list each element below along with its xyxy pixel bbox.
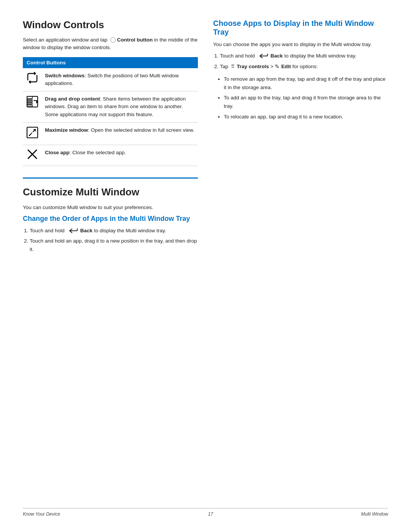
svg-line-9	[29, 133, 32, 136]
intro-text-before: Select an application window and tap	[23, 37, 107, 43]
svg-rect-5	[27, 101, 32, 102]
right-column: Choose Apps to Display in the Multi Wind…	[213, 19, 388, 497]
back-icon	[68, 227, 78, 234]
footer-left: Know Your Device	[23, 511, 60, 517]
switch-icon-cell	[23, 68, 42, 91]
table-row: Drag and drop content: Share items betwe…	[23, 91, 198, 123]
change-order-heading: Change the Order of Apps in the Multi Wi…	[23, 215, 198, 223]
control-buttons-table: Control Buttons	[23, 57, 198, 166]
customize-intro: You can customize Multi window to suit y…	[23, 203, 198, 212]
choose-apps-steps: Touch and hold Back to display the Multi…	[220, 52, 388, 72]
svg-rect-8	[27, 127, 38, 138]
ca-step2-arrow: >	[271, 64, 274, 69]
switch-windows-desc: Switch windows: Switch the positions of …	[42, 68, 198, 91]
close-app-text: : Close the selected app.	[70, 150, 126, 155]
step1-after: to display the Multi window tray.	[94, 228, 166, 233]
drag-drop-label: Drag and drop content	[45, 96, 100, 102]
table-row: Close app: Close the selected app.	[23, 145, 198, 166]
customize-section: Customize Multi Window You can customize…	[23, 186, 198, 253]
step1-before: Touch and hold	[30, 228, 65, 233]
footer-page-number: 17	[208, 511, 213, 517]
table-row: Maximize window: Open the selected windo…	[23, 122, 198, 145]
maximize-desc: Maximize window: Open the selected windo…	[42, 122, 198, 145]
maximize-icon	[26, 126, 38, 139]
change-order-step-2: Touch and hold an app, drag it to a new …	[30, 237, 198, 253]
list-item: To relocate an app, tap and drag it to a…	[224, 113, 388, 121]
section-divider	[23, 177, 198, 179]
intro-bold: Control button	[117, 37, 153, 43]
maximize-label: Maximize window	[45, 127, 88, 133]
svg-rect-7	[27, 105, 32, 107]
window-controls-intro: Select an application window and tap Con…	[23, 36, 198, 52]
customize-title: Customize Multi Window	[23, 186, 198, 198]
window-controls-title: Window Controls	[23, 19, 198, 31]
step2-text: Touch and hold an app, drag it to a new …	[30, 238, 197, 252]
change-order-steps: Touch and hold Back to display the Multi…	[30, 227, 198, 254]
svg-rect-6	[27, 103, 32, 104]
drag-drop-desc: Drag and drop content: Share items betwe…	[42, 91, 198, 123]
choose-apps-step-1: Touch and hold Back to display the Multi…	[220, 52, 388, 60]
table-row: Switch windows: Switch the positions of …	[23, 68, 198, 91]
maximize-icon-cell	[23, 122, 42, 145]
ca-step1-before: Touch and hold	[220, 53, 255, 59]
edit-icon: ✎	[275, 62, 280, 71]
ca-step2-edit-label: Edit	[281, 64, 291, 69]
control-button-icon	[110, 37, 116, 43]
choose-apps-bullets: To remove an app from the tray, tap and …	[224, 75, 388, 121]
close-icon-cell	[23, 145, 42, 166]
drag-drop-icon	[26, 95, 39, 108]
ca-step1-after: to display the Multi window tray.	[284, 53, 357, 59]
choose-apps-intro: You can choose the apps you want to disp…	[213, 40, 388, 49]
back-icon-2	[258, 53, 268, 59]
left-column: Window Controls Select an application wi…	[23, 19, 198, 497]
drag-icon-cell	[23, 91, 42, 123]
close-icon	[27, 149, 38, 160]
ca-step2-tray-label: Tray controls	[237, 64, 269, 69]
step1-bold: Back	[80, 228, 92, 233]
page: Window Controls Select an application wi…	[0, 0, 411, 532]
ca-step2-before: Tap	[220, 64, 228, 69]
change-order-step-1: Touch and hold Back to display the Multi…	[30, 227, 198, 235]
close-app-desc: Close app: Close the selected app.	[42, 145, 198, 166]
page-footer: Know Your Device 17 Multi Window	[23, 508, 388, 517]
control-buttons-header: Control Buttons	[23, 57, 198, 68]
switch-windows-label: Switch windows	[45, 73, 84, 78]
svg-line-10	[33, 129, 35, 132]
footer-right: Multi Window	[361, 511, 388, 517]
choose-apps-heading: Choose Apps to Display in the Multi Wind…	[213, 19, 388, 37]
tray-icon: ⠿	[231, 63, 235, 71]
choose-apps-step-2: Tap ⠿ Tray controls > ✎ Edit for options…	[220, 62, 388, 71]
close-app-label: Close app	[45, 150, 70, 155]
ca-step1-bold: Back	[271, 53, 283, 59]
list-item: To remove an app from the tray, tap and …	[224, 75, 388, 91]
ca-step2-after: for options:	[292, 64, 318, 69]
switch-icon	[26, 72, 39, 83]
list-item: To add an app to the tray, tap and drag …	[224, 94, 388, 110]
svg-rect-4	[27, 99, 32, 101]
maximize-text: : Open the selected window in full scree…	[88, 127, 194, 133]
